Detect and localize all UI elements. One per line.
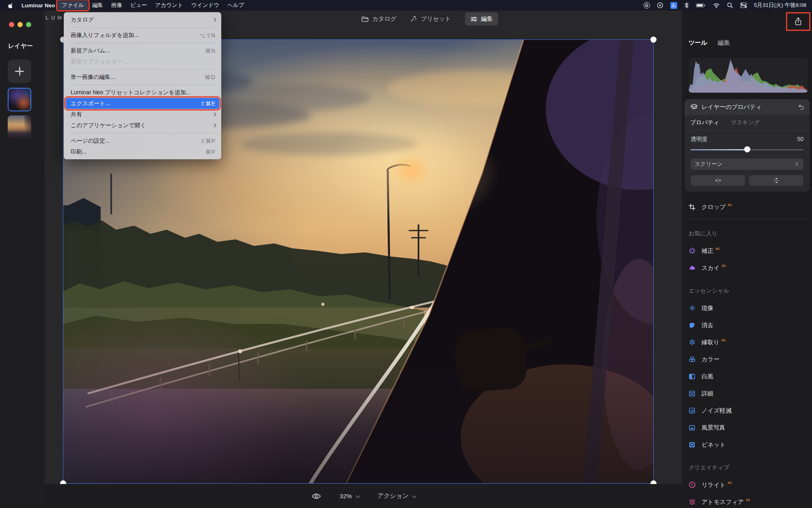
tool-enhance[interactable]: 補正AI	[689, 242, 808, 259]
tools-panel: ツール 編集 レイヤーのプロパティ プロパティ マスキング	[682, 11, 812, 508]
reset-properties-button[interactable]	[798, 104, 805, 110]
slider-knob[interactable]	[744, 146, 750, 152]
menu-image[interactable]: 画像	[107, 1, 126, 10]
tab-properties[interactable]: プロパティ	[690, 119, 719, 126]
grammarly-status-icon[interactable]: G	[644, 2, 650, 9]
folder-icon	[361, 16, 369, 22]
tab-tools[interactable]: ツール	[689, 39, 707, 47]
close-window-button[interactable]	[9, 22, 14, 27]
menu-window[interactable]: ウインドウ	[187, 1, 223, 10]
tab-masking[interactable]: マスキング	[731, 119, 760, 126]
develop-sun-icon	[689, 304, 696, 312]
menu-item-print[interactable]: 印刷...⌘P	[64, 146, 221, 157]
properties-tabs: プロパティ マスキング	[685, 115, 810, 130]
tool-black-white[interactable]: 白黒	[689, 368, 808, 385]
tool-list: クロップAI お気に入り 補正AI スカイAI エッセンシャル 現像	[689, 198, 808, 508]
menu-item-share[interactable]: 共有	[64, 109, 221, 120]
file-menu-dropdown: カタログ 画像入りフォルダを追加...⌥⇧N 新規アルバム...⌘N 新規サブフ…	[64, 12, 221, 159]
tab-edits[interactable]: 編集	[718, 39, 730, 47]
updown-chevron-icon	[794, 161, 799, 167]
tool-sky[interactable]: スカイAI	[689, 259, 808, 276]
export-share-button[interactable]	[788, 14, 809, 29]
zoom-window-button[interactable]	[26, 22, 31, 27]
flip-vertical-icon	[773, 177, 780, 184]
menu-bar: Luminar Neo ファイル 編集 画像 ビュー アカウント ウインドウ ヘ…	[0, 0, 812, 11]
actions-dropdown[interactable]: アクション	[378, 492, 416, 500]
tool-erase[interactable]: 消去	[689, 317, 808, 334]
desktop: Luminar Neo ファイル 編集 画像 ビュー アカウント ウインドウ ヘ…	[0, 0, 812, 508]
menu-item-edit-single-image[interactable]: 単一画像の編集...⌘O	[64, 72, 221, 82]
panel-tabs: ツール 編集	[689, 39, 730, 47]
sliders-icon	[470, 16, 477, 22]
histogram[interactable]	[689, 58, 808, 93]
bluetooth-icon[interactable]	[684, 2, 689, 9]
vignette-icon	[689, 441, 696, 448]
eye-icon	[311, 493, 321, 500]
menu-separator	[69, 27, 216, 28]
layers-icon	[690, 104, 698, 111]
tab-edit[interactable]: 編集	[465, 12, 498, 26]
tool-relight[interactable]: リライトAI	[689, 476, 808, 493]
apple-menu-icon[interactable]	[8, 2, 14, 9]
tool-color[interactable]: カラー	[689, 351, 808, 368]
minimize-window-button[interactable]	[17, 22, 23, 27]
flip-vertical-button[interactable]	[749, 175, 803, 186]
tab-catalog[interactable]: カタログ	[361, 15, 396, 23]
spotlight-search-icon[interactable]	[727, 2, 733, 9]
preview-toggle-button[interactable]	[311, 493, 321, 500]
layer-properties-title: レイヤーのプロパティ	[702, 103, 762, 111]
ai-badge: AI	[746, 498, 750, 502]
flip-horizontal-icon	[715, 177, 721, 184]
flip-horizontal-button[interactable]	[691, 175, 745, 186]
tool-landscape[interactable]: 風景写真	[689, 419, 808, 436]
menu-item-add-preset-collection[interactable]: Luminar Neo プリセットコレクションを追加...	[64, 87, 221, 98]
menu-edit[interactable]: 編集	[88, 1, 107, 10]
menu-item-catalog[interactable]: カタログ	[64, 14, 221, 25]
tool-crop[interactable]: クロップAI	[689, 198, 808, 215]
black-white-icon	[689, 373, 696, 380]
menu-view[interactable]: ビュー	[126, 1, 151, 10]
tool-develop[interactable]: 現像	[689, 300, 808, 317]
ai-badge: AI	[721, 338, 726, 342]
wifi-icon[interactable]	[713, 2, 720, 9]
menu-help[interactable]: ヘルプ	[223, 1, 248, 10]
window-controls	[9, 22, 31, 27]
tool-structure[interactable]: 縁取りAI	[689, 334, 808, 351]
plus-icon	[15, 67, 24, 76]
landscape-photo-icon	[689, 424, 696, 431]
color-circles-icon	[689, 356, 696, 363]
mode-tabs: カタログ プリセット 編集	[361, 12, 498, 26]
input-method-icon[interactable]: あ	[670, 2, 677, 9]
menu-item-open-with[interactable]: このアプリケーションで開く	[64, 120, 221, 131]
ai-badge: AI	[715, 247, 719, 251]
tool-details[interactable]: 詳細	[689, 385, 808, 402]
menu-item-export[interactable]: エクスポート...⇧⌘E	[66, 98, 219, 109]
menu-file[interactable]: ファイル	[58, 1, 88, 10]
crop-icon	[689, 204, 696, 211]
menubar-clock[interactable]: 5月31日(火) 午後8:08	[754, 2, 806, 9]
tool-vignette[interactable]: ビネット	[689, 436, 808, 453]
blend-mode-dropdown[interactable]: スクリーン	[691, 158, 803, 170]
share-icon	[794, 17, 802, 26]
tool-atmosphere[interactable]: アトモスフィアAI	[689, 493, 808, 508]
play-status-icon[interactable]	[657, 2, 663, 9]
layer-thumbnail-selected[interactable]	[8, 88, 31, 111]
layer-thumbnail-base[interactable]	[8, 115, 31, 139]
menu-item-new-album[interactable]: 新規アルバム...⌘N	[64, 45, 221, 56]
selection-handle-top-right[interactable]	[650, 37, 657, 43]
menu-separator	[69, 69, 216, 69]
opacity-slider[interactable]	[691, 146, 803, 152]
control-center-icon[interactable]	[740, 2, 747, 9]
tool-denoise[interactable]: ノイズ軽減	[689, 402, 808, 419]
add-layer-button[interactable]	[8, 59, 31, 83]
menu-item-page-setup[interactable]: ページの設定...⇧⌘P	[64, 135, 221, 146]
menu-item-add-folder[interactable]: 画像入りフォルダを追加...⌥⇧N	[64, 30, 221, 41]
menu-account[interactable]: アカウント	[151, 1, 187, 10]
zoom-level-dropdown[interactable]: 32%	[340, 493, 359, 499]
tab-presets[interactable]: プリセット	[410, 15, 451, 23]
relight-bolt-icon	[689, 481, 696, 488]
battery-icon[interactable]	[696, 2, 706, 9]
magic-wand-icon	[410, 15, 417, 22]
active-app-name[interactable]: Luminar Neo	[22, 2, 55, 9]
section-essentials: エッセンシャル	[689, 282, 808, 300]
